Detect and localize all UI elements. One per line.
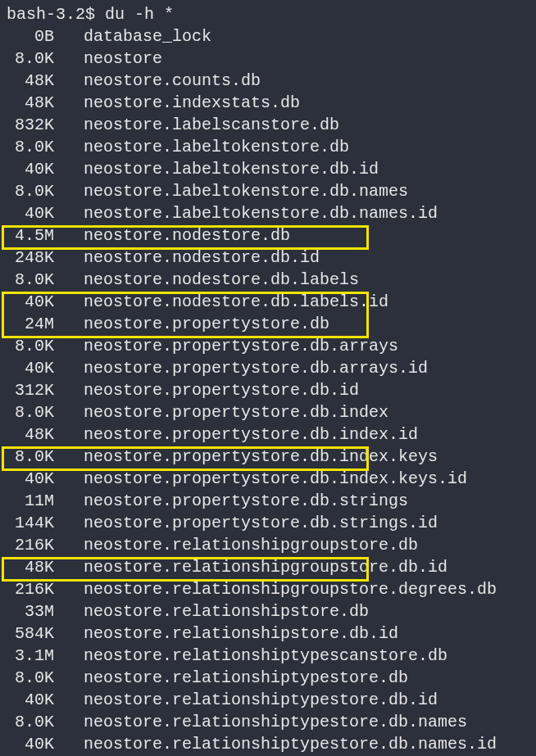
file-size: 0B xyxy=(7,25,54,48)
file-row: 40Kneostore.nodestore.db.labels.id xyxy=(0,291,536,313)
file-size: 8.0K xyxy=(7,711,54,733)
prompt-line[interactable]: bash-3.2$ du -h * xyxy=(0,3,536,25)
file-size: 3.1M xyxy=(7,645,54,667)
file-row: 312Kneostore.propertystore.db.id xyxy=(0,379,536,401)
file-row: 24Mneostore.propertystore.db xyxy=(0,313,536,335)
file-size: 48K xyxy=(7,556,54,578)
file-size: 48K xyxy=(7,423,54,446)
file-row: 48Kneostore.relationshipgroupstore.db.id xyxy=(0,556,536,578)
file-row: 3.1Mneostore.relationshiptypescanstore.d… xyxy=(0,645,536,667)
file-size: 8.0K xyxy=(7,136,54,158)
file-row: 8.0Kneostore.propertystore.db.index xyxy=(0,401,536,423)
file-row: 248Kneostore.nodestore.db.id xyxy=(0,247,536,269)
file-row: 144Kneostore.propertystore.db.strings.id xyxy=(0,512,536,534)
file-name: neostore.propertystore.db.id xyxy=(84,381,359,400)
file-row: 8.0Kneostore.relationshiptypestore.db xyxy=(0,667,536,689)
file-size: 8.0K xyxy=(7,269,54,291)
file-size: 8.0K xyxy=(7,401,54,423)
file-row: 216Kneostore.relationshipgroupstore.db xyxy=(0,534,536,556)
file-size: 40K xyxy=(7,357,54,379)
file-name: neostore.relationshiptypescanstore.db xyxy=(84,646,447,665)
file-size: 40K xyxy=(7,291,54,313)
file-row: 584Kneostore.relationshipstore.db.id xyxy=(0,622,536,645)
file-row: 8.0Kneostore xyxy=(0,48,536,70)
file-size: 40K xyxy=(7,468,54,490)
file-row: 40Kneostore.relationshiptypestore.db.nam… xyxy=(0,733,536,755)
file-name: neostore.relationshipgroupstore.db xyxy=(84,536,418,555)
file-size: 24M xyxy=(7,313,54,335)
file-name: neostore.propertystore.db.index.keys.id xyxy=(84,469,467,488)
file-name: neostore.propertystore.db.strings.id xyxy=(84,514,438,532)
file-size: 40K xyxy=(7,158,54,180)
file-row: 8.0Kneostore.labeltokenstore.db.names xyxy=(0,180,536,202)
file-name: neostore.relationshipgroupstore.degrees.… xyxy=(84,580,497,599)
file-name: neostore.relationshipstore.db.id xyxy=(84,624,398,643)
file-name: neostore.propertystore.db.strings xyxy=(84,491,408,510)
file-row: 216Kneostore.relationshipgroupstore.degr… xyxy=(0,578,536,600)
file-name: neostore.relationshiptypestore.db.names xyxy=(84,713,467,731)
file-row: 48Kneostore.counts.db xyxy=(0,70,536,92)
file-name: neostore.counts.db xyxy=(84,71,261,90)
file-size: 8.0K xyxy=(7,335,54,357)
file-size: 584K xyxy=(7,622,54,645)
file-name: neostore.nodestore.db xyxy=(84,226,290,245)
file-size: 248K xyxy=(7,247,54,269)
file-row: 40Kneostore.propertystore.db.index.keys.… xyxy=(0,468,536,490)
file-row: 8.0Kneostore.propertystore.db.index.keys xyxy=(0,446,536,468)
command-text: du -h * xyxy=(105,5,174,24)
file-row: 40Kneostore.labeltokenstore.db.names.id xyxy=(0,202,536,224)
file-size: 48K xyxy=(7,70,54,92)
file-size: 11M xyxy=(7,490,54,512)
file-size: 8.0K xyxy=(7,446,54,468)
file-name: neostore.propertystore.db.arrays.id xyxy=(84,359,428,378)
file-name: neostore.nodestore.db.labels xyxy=(84,270,359,289)
shell-prompt: bash-3.2$ xyxy=(7,5,105,24)
file-name: neostore.relationshiptypestore.db.names.… xyxy=(84,735,497,754)
file-size: 8.0K xyxy=(7,667,54,689)
file-size: 8.0K xyxy=(7,48,54,70)
file-size: 33M xyxy=(7,600,54,622)
file-size: 312K xyxy=(7,379,54,401)
file-row: 40Kneostore.propertystore.db.arrays.id xyxy=(0,357,536,379)
terminal-output: bash-3.2$ du -h * 0Bdatabase_lock8.0Kneo… xyxy=(0,3,536,756)
file-size: 216K xyxy=(7,534,54,556)
file-name: neostore.propertystore.db.index.id xyxy=(84,425,418,444)
file-name: neostore.relationshiptypestore.db.id xyxy=(84,690,438,709)
file-row: 40Kneostore.labeltokenstore.db.id xyxy=(0,158,536,180)
file-size: 40K xyxy=(7,733,54,755)
file-row: 832Kneostore.labelscanstore.db xyxy=(0,114,536,136)
file-name: neostore.labeltokenstore.db.names.id xyxy=(84,204,438,223)
file-size: 216K xyxy=(7,578,54,600)
file-row: 8.0Kneostore.propertystore.db.arrays xyxy=(0,335,536,357)
file-name: neostore.relationshiptypestore.db xyxy=(84,668,408,687)
file-row: 33Mneostore.relationshipstore.db xyxy=(0,600,536,622)
file-size: 40K xyxy=(7,689,54,711)
file-name: neostore.labeltokenstore.db.id xyxy=(84,160,379,179)
file-name: neostore.indexstats.db xyxy=(84,93,300,112)
file-row: 0Bdatabase_lock xyxy=(0,25,536,48)
file-size: 8.0K xyxy=(7,180,54,202)
file-name: neostore.labeltokenstore.db xyxy=(84,138,349,156)
file-name: neostore.nodestore.db.labels.id xyxy=(84,292,388,311)
file-name: neostore.labeltokenstore.db.names xyxy=(84,182,408,201)
file-row: 48Kneostore.propertystore.db.index.id xyxy=(0,423,536,446)
file-name: neostore.relationshipgroupstore.db.id xyxy=(84,558,447,577)
file-size: 4.5M xyxy=(7,224,54,247)
file-row: 4.5Mneostore.nodestore.db xyxy=(0,224,536,247)
file-name: database_lock xyxy=(84,27,211,46)
file-name: neostore.labelscanstore.db xyxy=(84,115,339,134)
file-row: 8.0Kneostore.nodestore.db.labels xyxy=(0,269,536,291)
file-size: 832K xyxy=(7,114,54,136)
file-name: neostore.propertystore.db.arrays xyxy=(84,337,398,355)
file-name: neostore.nodestore.db.id xyxy=(84,248,320,267)
file-row: 11Mneostore.propertystore.db.strings xyxy=(0,490,536,512)
file-name: neostore.propertystore.db.index.keys xyxy=(84,447,438,466)
file-size: 144K xyxy=(7,512,54,534)
file-row: 48Kneostore.indexstats.db xyxy=(0,92,536,114)
file-size: 40K xyxy=(7,202,54,224)
file-name: neostore.propertystore.db.index xyxy=(84,403,388,422)
file-name: neostore.propertystore.db xyxy=(84,315,329,333)
file-name: neostore.relationshipstore.db xyxy=(84,602,369,621)
file-size: 48K xyxy=(7,92,54,114)
file-name: neostore xyxy=(84,49,162,68)
